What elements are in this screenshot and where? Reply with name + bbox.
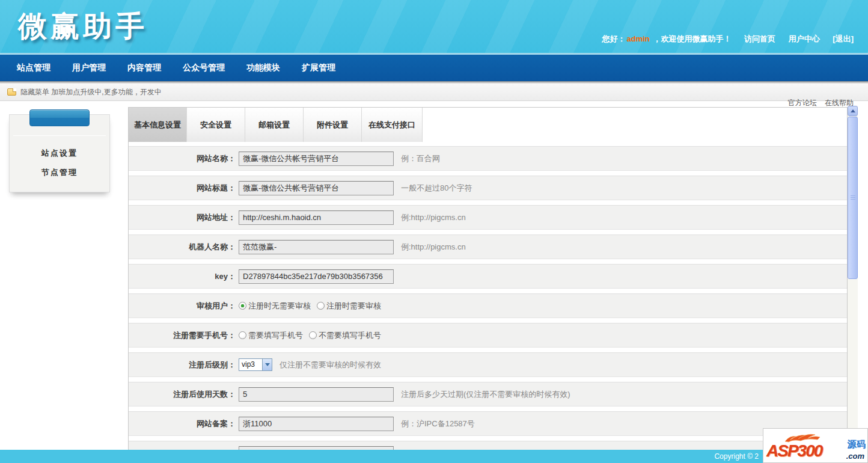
watermark-com: .com xyxy=(846,452,864,461)
phone-required-yes-label: 需要填写手机号 xyxy=(248,330,303,341)
site-name-hint: 例：百合网 xyxy=(401,153,440,164)
key-input[interactable] xyxy=(239,269,394,284)
form-row-site-name: 网站名称： 例：百合网 xyxy=(129,146,847,171)
user-bar: 您好：admin ，欢迎使用微赢助手！ 访问首页 用户中心 [退出] xyxy=(602,34,854,44)
sidebar-items: 站点设置 节点管理 xyxy=(10,144,109,182)
sidebar-header-button[interactable] xyxy=(29,109,90,126)
logout-link[interactable]: [退出] xyxy=(833,34,854,43)
app-logo: 微赢助手 xyxy=(18,7,148,46)
usage-days-input[interactable] xyxy=(239,387,394,402)
audit-need-review-label: 注册时需要审核 xyxy=(326,301,381,311)
copyright-text: Copyright © 2 xyxy=(714,452,759,461)
audit-user-label: 审核用户： xyxy=(129,301,236,311)
breadcrumb-bar: 隐藏菜单 加班加点升级中,更多功能，开发中 xyxy=(0,84,868,101)
nav-item-site-management[interactable]: 站点管理 xyxy=(17,63,50,73)
site-url-input[interactable] xyxy=(239,210,394,225)
site-url-hint: 例:http://pigcms.cn xyxy=(401,212,466,223)
site-title-hint: 一般不超过80个字符 xyxy=(401,183,472,194)
tab-mail-settings[interactable]: 邮箱设置 xyxy=(245,108,304,142)
audit-need-review-radio[interactable] xyxy=(317,302,325,310)
form-row-partial xyxy=(129,441,847,450)
nav-item-user-management[interactable]: 用户管理 xyxy=(72,63,106,73)
site-name-label: 网站名称： xyxy=(129,153,236,164)
nav-item-extension-management[interactable]: 扩展管理 xyxy=(302,63,335,73)
phone-required-yes-radio[interactable] xyxy=(239,331,246,339)
form-row-register-level: 注册后级别： vip3 仅注册不需要审核的时候有效 xyxy=(129,352,847,377)
main-nav: 站点管理 用户管理 内容管理 公众号管理 功能模块 扩展管理 xyxy=(0,55,868,81)
visit-home-link[interactable]: 访问首页 xyxy=(744,34,775,43)
note-icon[interactable] xyxy=(7,88,16,96)
greeting-suffix: ，欢迎使用微赢助手！ xyxy=(651,34,732,43)
register-level-label: 注册后级别： xyxy=(129,360,236,370)
scrollbar-thumb[interactable] xyxy=(848,117,858,279)
sidebar-item-site-settings[interactable]: 站点设置 xyxy=(10,144,109,163)
username: admin xyxy=(627,34,650,43)
official-forum-link[interactable]: 官方论坛 xyxy=(788,99,817,106)
site-title-input[interactable] xyxy=(239,181,394,195)
greeting-prefix: 您好： xyxy=(602,34,626,43)
asp300-watermark-logo: ASP300 源码 .com xyxy=(763,428,868,463)
robot-name-hint: 例:http://pigcms.cn xyxy=(401,242,466,253)
icp-record-hint: 例：沪IPC备12587号 xyxy=(401,419,475,429)
sidebar-divider xyxy=(13,135,106,136)
page: 微赢助手 您好：admin ，欢迎使用微赢助手！ 访问首页 用户中心 [退出] … xyxy=(0,0,868,463)
user-center-link[interactable]: 用户中心 xyxy=(789,34,820,43)
sidebar-item-node-management[interactable]: 节点管理 xyxy=(10,163,109,182)
watermark-brand: ASP300 xyxy=(766,441,822,461)
register-level-value: vip3 xyxy=(239,359,262,370)
watermark-cn: 源码 xyxy=(848,439,866,450)
usage-days-label: 注册后使用天数： xyxy=(129,389,236,400)
form-row-key: key： xyxy=(129,264,847,289)
chevron-down-icon[interactable] xyxy=(262,359,272,370)
form-row-icp-record: 网站备案： 例：沪IPC备12587号 xyxy=(129,411,847,436)
site-name-input[interactable] xyxy=(239,152,394,166)
footer: Copyright © 2 xyxy=(0,450,868,463)
site-url-label: 网站地址： xyxy=(129,212,236,223)
form-row-site-url: 网站地址： 例:http://pigcms.cn xyxy=(129,205,847,230)
usage-days-hint: 注册后多少天过期(仅注册不需要审核的时候有效) xyxy=(401,389,570,400)
form-row-phone-required: 注册需要手机号： 需要填写手机号 不需要填写手机号 xyxy=(129,323,847,348)
tab-attachment-settings[interactable]: 附件设置 xyxy=(304,108,362,142)
tab-security-settings[interactable]: 安全设置 xyxy=(187,108,245,142)
register-level-select[interactable]: vip3 xyxy=(239,358,272,371)
app-header: 微赢助手 您好：admin ，欢迎使用微赢助手！ 访问首页 用户中心 [退出] xyxy=(0,0,868,53)
scroll-up-button[interactable] xyxy=(848,106,858,116)
robot-name-input[interactable] xyxy=(239,240,394,254)
form-row-site-title: 网站标题： 一般不超过80个字符 xyxy=(129,176,847,200)
settings-tabbar: 基本信息设置 安全设置 邮箱设置 附件设置 在线支付接口 xyxy=(129,108,847,142)
tab-online-payment-interface[interactable]: 在线支付接口 xyxy=(362,108,423,142)
form-row-robot-name: 机器人名称： 例:http://pigcms.cn xyxy=(129,235,847,259)
tab-basic-info-settings[interactable]: 基本信息设置 xyxy=(129,108,187,142)
phone-required-label: 注册需要手机号： xyxy=(129,330,236,341)
key-label: key： xyxy=(129,271,236,282)
nav-item-content-management[interactable]: 内容管理 xyxy=(127,63,161,73)
form-row-audit-user: 审核用户： 注册时无需要审核 注册时需要审核 xyxy=(129,293,847,318)
audit-no-review-label: 注册时无需要审核 xyxy=(248,301,311,311)
phone-required-no-label: 不需要填写手机号 xyxy=(319,330,381,341)
breadcrumb: 隐藏菜单 加班加点升级中,更多功能，开发中 xyxy=(20,87,162,97)
robot-name-label: 机器人名称： xyxy=(129,242,236,253)
content-top-links: 官方论坛 在线帮助 xyxy=(782,98,854,106)
icp-record-input[interactable] xyxy=(239,417,394,431)
nav-item-function-modules[interactable]: 功能模块 xyxy=(246,63,280,73)
scrollbar xyxy=(848,106,858,450)
register-level-hint: 仅注册不需要审核的时候有效 xyxy=(280,360,381,370)
settings-panel: 基本信息设置 安全设置 邮箱设置 附件设置 在线支付接口 网站名称： 例：百合网… xyxy=(128,107,848,450)
settings-form: 网站名称： 例：百合网 网站标题： 一般不超过80个字符 网站地址： 例:htt… xyxy=(129,142,847,450)
sidebar: 站点设置 节点管理 xyxy=(9,114,110,192)
nav-item-official-account-management[interactable]: 公众号管理 xyxy=(183,63,225,73)
icp-record-label: 网站备案： xyxy=(129,419,236,429)
form-row-usage-days: 注册后使用天数： 注册后多少天过期(仅注册不需要审核的时候有效) xyxy=(129,382,847,406)
scrollbar-grip-icon xyxy=(851,195,855,200)
site-title-label: 网站标题： xyxy=(129,183,236,194)
phone-required-no-radio[interactable] xyxy=(309,331,317,339)
audit-no-review-radio[interactable] xyxy=(239,302,246,310)
